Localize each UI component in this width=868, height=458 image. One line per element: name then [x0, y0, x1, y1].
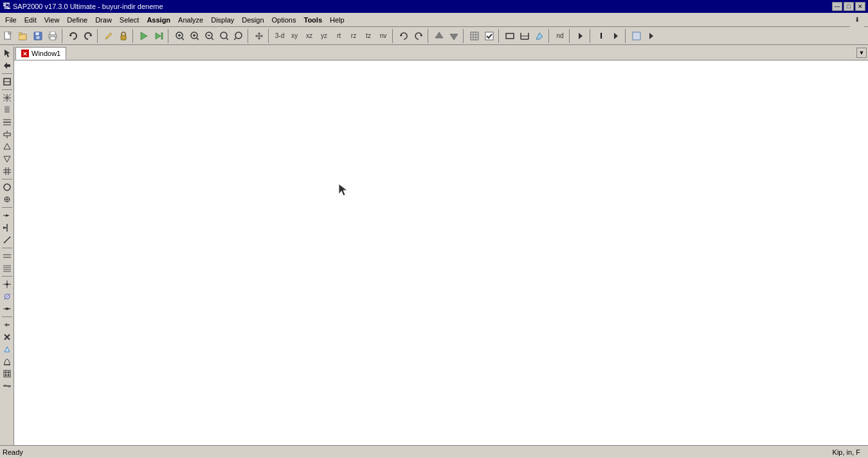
run-step-button[interactable] [152, 29, 166, 43]
nd-button[interactable]: nd [553, 29, 567, 43]
sidebar-btn-19[interactable] [1, 291, 13, 302]
sidebar-btn-14[interactable] [1, 222, 13, 234]
view-nv-button[interactable]: nv [376, 29, 390, 43]
menu-help[interactable]: Help [326, 14, 348, 26]
rotate-right-button[interactable] [411, 29, 426, 43]
more-button-3[interactable] [644, 29, 658, 43]
sidebar-btn-20[interactable] [1, 303, 13, 315]
undo-button[interactable] [66, 29, 80, 43]
more-button-1[interactable] [574, 29, 588, 43]
redo-button[interactable] [81, 29, 95, 43]
down-arrow-button[interactable] [447, 29, 461, 43]
menu-options[interactable]: Options [268, 14, 300, 26]
sidebar-btn-11[interactable] [1, 181, 13, 193]
menu-draw[interactable]: Draw [91, 14, 116, 26]
view-yz-button[interactable]: yz [317, 29, 331, 43]
svg-rect-49 [633, 32, 640, 40]
menu-select[interactable]: Select [116, 14, 143, 26]
view-rz-button[interactable]: rz [347, 29, 361, 43]
run-button[interactable] [137, 29, 151, 43]
view-tz-button[interactable]: tz [361, 29, 375, 43]
sidebar-btn-13[interactable] [1, 210, 13, 221]
rotate-left-button[interactable] [397, 29, 411, 43]
svg-rect-6 [36, 36, 40, 39]
letter-i-button[interactable]: I [594, 29, 608, 43]
svg-marker-48 [614, 33, 618, 39]
tab-dropdown-button[interactable]: ▼ [856, 48, 867, 58]
check-button[interactable] [482, 29, 496, 43]
menu-display[interactable]: Display [207, 14, 238, 26]
rect-button[interactable] [503, 29, 517, 43]
svg-rect-64 [4, 133, 10, 136]
sidebar-btn-18[interactable] [1, 279, 13, 290]
menu-view[interactable]: View [41, 14, 64, 26]
menu-tools[interactable]: Tools [300, 14, 326, 26]
sidebar-select-btn[interactable] [1, 48, 13, 59]
sidebar-btn-17[interactable] [1, 262, 13, 274]
close-button[interactable]: ✕ [855, 2, 865, 11]
zoom-prev-button[interactable] [231, 29, 246, 43]
view-xz-button[interactable]: xz [302, 29, 316, 43]
svg-marker-106 [5, 347, 10, 352]
sidebar-sep-4 [2, 207, 12, 208]
sidebar-btn-8[interactable] [1, 141, 13, 152]
menu-define[interactable]: Define [63, 14, 91, 26]
sidebar-sep-3 [2, 179, 12, 179]
window1-tab[interactable]: ✕ Window1 [15, 47, 66, 60]
sidebar-btn-4[interactable] [1, 92, 13, 104]
grid-button[interactable] [467, 29, 482, 43]
separator-4 [168, 29, 170, 43]
select-btn[interactable] [629, 29, 644, 43]
sidebar-btn-10[interactable] [1, 165, 13, 177]
open-button[interactable] [16, 29, 30, 43]
pencil-button[interactable] [102, 29, 116, 43]
save-button[interactable] [31, 29, 45, 43]
frame-button[interactable] [518, 29, 532, 43]
download-button[interactable]: ⬇ [850, 13, 864, 27]
separator-10 [498, 29, 501, 43]
view-3d-button[interactable]: 3-d [273, 29, 287, 43]
separator-5 [248, 29, 250, 43]
view-rt-button[interactable]: rt [332, 29, 346, 43]
sidebar-btn-22[interactable] [1, 331, 13, 343]
sidebar-btn-24[interactable] [1, 356, 13, 367]
pan-button[interactable] [252, 29, 266, 43]
menu-file[interactable]: File [1, 14, 21, 26]
sidebar-btn-21[interactable] [1, 319, 13, 331]
zoom-in-button[interactable] [187, 29, 201, 43]
menu-design[interactable]: Design [238, 14, 267, 26]
svg-marker-34 [450, 34, 458, 40]
minimize-button[interactable]: — [832, 2, 842, 11]
sidebar-btn-6[interactable] [1, 116, 13, 128]
maximize-button[interactable]: □ [844, 2, 854, 11]
more-button-2[interactable] [609, 29, 623, 43]
sidebar-btn-23[interactable] [1, 344, 13, 355]
sidebar-btn-3[interactable] [1, 76, 13, 87]
zoom-window-button[interactable] [172, 29, 186, 43]
main-canvas[interactable] [14, 60, 868, 445]
sidebar-btn-26[interactable] [1, 380, 13, 392]
sidebar-btn-9[interactable] [1, 153, 13, 165]
sidebar-btn-5[interactable] [1, 104, 13, 116]
sidebar-btn-25[interactable] [1, 368, 13, 380]
svg-rect-3 [19, 33, 22, 35]
up-arrow-button[interactable] [432, 29, 446, 43]
view-xy-button[interactable]: xy [287, 29, 302, 43]
new-button[interactable] [1, 29, 15, 43]
sidebar-btn-7[interactable] [1, 129, 13, 140]
title-bar-controls[interactable]: — □ ✕ [832, 2, 865, 11]
print-button[interactable] [46, 29, 60, 43]
lock-button[interactable] [116, 29, 131, 43]
menu-assign[interactable]: Assign [143, 14, 174, 26]
svg-marker-78 [6, 214, 10, 217]
sidebar-btn-16[interactable] [1, 250, 13, 262]
zoom-out-button[interactable] [202, 29, 216, 43]
sidebar-arrow-btn[interactable] [1, 60, 13, 71]
menu-analyze[interactable]: Analyze [174, 14, 207, 26]
menu-bar: File Edit View Define Draw Select Assign… [0, 13, 868, 27]
sidebar-btn-15[interactable] [1, 234, 13, 246]
menu-edit[interactable]: Edit [21, 14, 41, 26]
zoom-all-button[interactable] [217, 29, 231, 43]
sidebar-btn-12[interactable] [1, 194, 13, 205]
area-button[interactable] [532, 29, 547, 43]
